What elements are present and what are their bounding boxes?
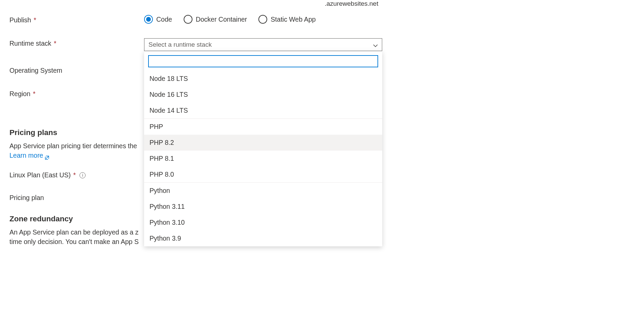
operating-system-label: Operating System [9,65,144,74]
dropdown-option[interactable]: Node 14 LTS [144,103,382,118]
learn-more-text: Learn more [9,151,43,160]
learn-more-link[interactable]: Learn more [9,151,49,160]
linux-plan-label-text: Linux Plan (East US) [9,171,71,179]
operating-system-label-text: Operating System [9,67,62,74]
runtime-stack-label-text: Runtime stack [9,40,51,47]
dropdown-option[interactable]: Node 16 LTS [144,87,382,103]
radio-icon [258,15,267,24]
runtime-stack-dropdown: Node 18 LTSNode 16 LTSNode 14 LTSPHPPHP … [144,51,382,246]
dropdown-option[interactable]: PHP 8.0 [144,166,382,182]
publish-radio-code[interactable]: Code [144,15,172,24]
required-asterisk: * [54,40,56,47]
pricing-plan-label: Pricing plan [9,193,144,202]
runtime-stack-label: Runtime stack * [9,38,144,47]
dropdown-option[interactable]: Python 3.9 [144,230,382,246]
publish-label: Publish * [9,15,144,24]
info-icon[interactable]: i [79,172,86,178]
publish-radio-static[interactable]: Static Web App [258,15,316,24]
publish-radio-group: Code Docker Container Static Web App [144,15,517,24]
dropdown-group-header: PHP [144,118,382,135]
radio-label: Static Web App [271,16,316,23]
runtime-stack-select[interactable]: Select a runtime stack [144,38,382,51]
region-label: Region * [9,89,144,98]
chevron-down-icon [373,42,378,47]
runtime-stack-row: Runtime stack * Select a runtime stack N… [9,38,517,51]
pricing-plan-label-text: Pricing plan [9,194,44,201]
required-asterisk: * [33,90,36,97]
pricing-description-text: App Service plan pricing tier determines… [9,142,137,150]
region-label-text: Region [9,90,30,97]
required-asterisk: * [73,171,76,179]
dropdown-list: Node 18 LTSNode 16 LTSNode 14 LTSPHPPHP … [144,71,382,246]
select-placeholder: Select a runtime stack [148,41,212,48]
zone-desc-line2: time only decision. You can't make an Ap… [9,238,139,245]
publish-label-text: Publish [9,16,31,24]
dropdown-option[interactable]: Python 3.10 [144,215,382,230]
publish-row: Publish * Code Docker Container Static W… [9,15,517,24]
radio-icon [184,15,192,24]
dropdown-group-header: Python [144,182,382,199]
required-asterisk: * [33,16,36,24]
dropdown-option[interactable]: PHP 8.2 [144,135,382,151]
radio-label: Docker Container [196,16,247,23]
linux-plan-label: Linux Plan (East US) * i [9,170,144,179]
external-link-icon [45,153,49,158]
radio-icon [144,15,153,24]
dropdown-option[interactable]: Python 3.11 [144,199,382,215]
dropdown-option[interactable]: Node 18 LTS [144,71,382,87]
dropdown-option[interactable]: PHP 8.1 [144,151,382,166]
radio-label: Code [156,16,172,23]
publish-radio-docker[interactable]: Docker Container [184,15,247,24]
zone-desc-line1: An App Service plan can be deployed as a… [9,228,139,236]
dropdown-search-wrapper [148,55,378,67]
dropdown-search-input[interactable] [149,56,377,67]
domain-suffix: .azurewebsites.net [325,0,378,7]
